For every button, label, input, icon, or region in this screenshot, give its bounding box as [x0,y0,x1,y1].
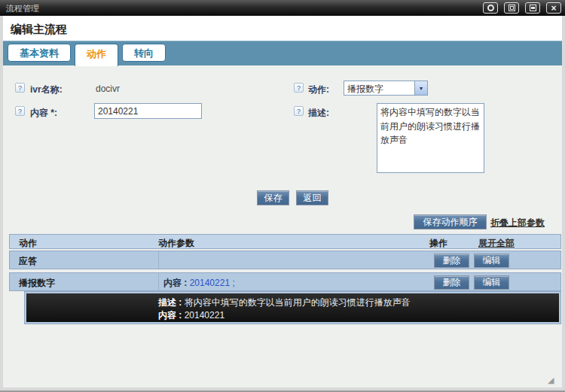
detail-content-label: 内容 : [158,310,185,321]
param-value-link[interactable]: 20140221 [190,278,230,288]
detail-desc-label: 描述 : [158,297,185,308]
minimize-button[interactable] [525,2,540,14]
save-action-order-button[interactable]: 保存动作顺序 [414,214,487,229]
close-icon: × [551,4,556,13]
tab-action[interactable]: 动作 [75,44,118,66]
content-input[interactable] [94,103,202,119]
detail-description-line: 描述 : 将内容中填写的数字以当前用户的朗读习惯进行播放声音 [158,296,411,309]
resize-grip-icon[interactable]: ◢ [548,375,554,385]
help-icon[interactable]: ? [15,106,25,116]
detail-panel: 描述 : 将内容中填写的数字以当前用户的朗读习惯进行播放声音 内容 : 2014… [26,293,559,322]
help-icon[interactable]: ? [294,106,304,116]
content-area: ? ivr名称: docivr ? 动作: 播报数字 ▼ ? 内容 *: ? 描… [3,65,562,387]
tab-basic-info[interactable]: 基本资料 [8,44,71,62]
table-row: 播报数字 内容 : 20140221 ; 删除 编辑 [9,272,561,291]
param-label: 内容 : [163,278,190,288]
fullscreen-icon [508,5,515,11]
header-action: 动作 [19,237,37,250]
action-select[interactable]: 播报数字 ▼ [344,81,428,96]
maximize-button[interactable] [504,2,519,14]
action-select-value: 播报数字 [344,81,414,95]
row-params-cell [158,251,425,269]
description-label: 描述: [308,107,329,120]
window-frame: 编辑主流程 基本资料 动作 转向 ? ivr名称: docivr ? 动作: 播… [0,16,565,390]
heading-bar: 编辑主流程 [3,16,562,41]
table-row: 应答 删除 编辑 [9,251,561,269]
tab-strip: 基本资料 动作 转向 [3,41,562,65]
tab-redirect[interactable]: 转向 [122,44,166,62]
window-titlebar[interactable]: 流程管理 × [0,0,565,16]
page-title: 编辑主流程 [11,23,67,35]
delete-button[interactable]: 删除 [434,254,469,268]
ring-icon [487,5,494,11]
expand-all-link[interactable]: 展开全部 [478,237,515,250]
description-textarea[interactable]: 将内容中填写的数字以当前用户的朗读习惯进行播放声音 [377,103,484,173]
save-button[interactable]: 保存 [257,190,289,205]
collapse-params-link[interactable]: 折叠上部参数 [490,217,545,229]
ivr-name-value: docivr [96,84,120,94]
row-action-name: 播报数字 [19,277,55,290]
help-icon[interactable]: ? [15,83,25,93]
help-icon[interactable]: ? [294,83,304,93]
refresh-button[interactable] [483,2,498,14]
detail-row: 描述 : 将内容中填写的数字以当前用户的朗读习惯进行播放声音 内容 : 2014… [24,291,561,324]
row-action-name: 应答 [19,255,37,268]
back-button[interactable]: 返回 [296,190,328,205]
window-title: 流程管理 [6,3,39,14]
action-label: 动作: [308,84,329,96]
app-window: 流程管理 × 编辑主流程 基本资料 动作 转向 [0,0,565,392]
chevron-down-icon[interactable]: ▼ [414,81,427,95]
close-button[interactable]: × [546,2,561,14]
detail-content-value: 20140221 [185,310,224,321]
header-operation: 操作 [429,237,447,250]
table-header: 动作 动作参数 操作 展开全部 [9,234,561,249]
edit-button[interactable]: 编辑 [474,254,509,268]
minimize-icon [530,5,536,11]
row-params-cell: 内容 : 20140221 ; [158,273,425,290]
param-suffix: ; [230,278,235,288]
detail-desc-value: 将内容中填写的数字以当前用户的朗读习惯进行播放声音 [185,297,411,308]
edit-button[interactable]: 编辑 [474,275,509,290]
ivr-name-label: ivr名称: [30,84,63,96]
detail-content-line: 内容 : 20140221 [158,309,224,322]
window-controls: × [483,2,561,14]
header-params: 动作参数 [158,237,194,250]
delete-button[interactable]: 删除 [434,275,469,290]
content-label: 内容 *: [30,107,57,120]
